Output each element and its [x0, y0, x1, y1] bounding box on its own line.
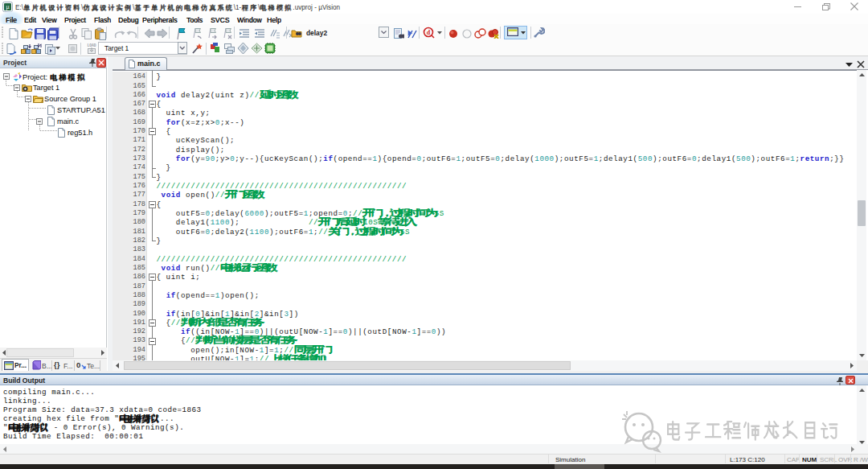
- svg-text:µ: µ: [6, 4, 9, 10]
- svg-text:LOAD: LOAD: [87, 43, 96, 47]
- svg-text:d: d: [427, 29, 431, 36]
